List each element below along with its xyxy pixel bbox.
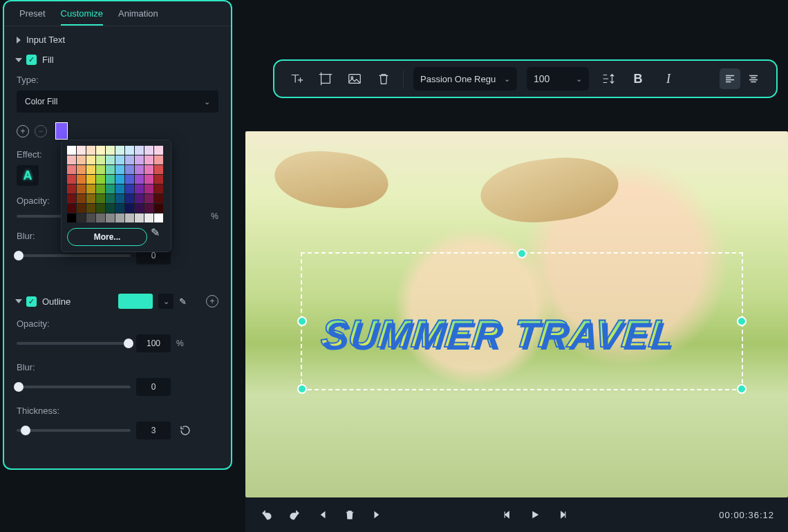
color-swatch[interactable] [135, 155, 144, 164]
add-text-icon[interactable] [287, 69, 306, 88]
color-swatch[interactable] [135, 194, 144, 203]
frame-forward-icon[interactable] [555, 507, 570, 522]
color-swatch[interactable] [144, 155, 153, 164]
tab-preset[interactable]: Preset [19, 8, 46, 26]
bold-button[interactable]: B [628, 68, 648, 89]
color-swatch[interactable] [135, 213, 144, 222]
fill-checkbox[interactable]: ✓ [26, 55, 37, 65]
color-swatch[interactable] [154, 213, 163, 222]
color-swatch[interactable] [125, 175, 134, 184]
color-swatch[interactable] [135, 175, 144, 184]
redo-icon[interactable] [287, 507, 302, 522]
crop-icon[interactable] [316, 69, 335, 88]
resize-handle[interactable] [297, 316, 307, 326]
tab-customize[interactable]: Customize [61, 8, 103, 26]
color-swatch[interactable] [125, 155, 134, 164]
color-swatch[interactable] [154, 194, 163, 203]
thickness-slider[interactable] [17, 429, 131, 432]
skip-start-icon[interactable] [315, 507, 330, 522]
outline-opacity-value[interactable]: 100 [136, 334, 171, 352]
color-swatch[interactable] [96, 204, 105, 213]
color-swatch[interactable] [144, 194, 153, 203]
color-swatch[interactable] [96, 175, 105, 184]
color-swatch[interactable] [144, 213, 153, 222]
color-swatch[interactable] [106, 175, 115, 184]
color-swatch[interactable] [86, 213, 95, 222]
color-swatch[interactable] [144, 146, 153, 155]
skip-end-icon[interactable] [370, 507, 385, 522]
color-swatch[interactable] [77, 165, 86, 174]
color-swatch[interactable] [86, 175, 95, 184]
outline-opacity-slider[interactable] [17, 342, 131, 345]
color-swatch[interactable] [96, 194, 105, 203]
color-swatch[interactable] [115, 184, 124, 193]
resize-handle[interactable] [737, 316, 747, 326]
outline-color-swatch[interactable] [118, 294, 153, 309]
color-swatch[interactable] [154, 155, 163, 164]
tab-animation[interactable]: Animation [118, 8, 158, 26]
eyedropper-icon[interactable]: ✎ [151, 226, 160, 239]
color-swatch[interactable] [67, 155, 76, 164]
color-swatch[interactable] [115, 194, 124, 203]
color-swatch[interactable] [154, 175, 163, 184]
color-swatch[interactable] [77, 184, 86, 193]
resize-handle[interactable] [297, 384, 307, 394]
color-swatch[interactable] [144, 165, 153, 174]
outline-checkbox[interactable]: ✓ [26, 296, 37, 307]
color-swatch[interactable] [77, 175, 86, 184]
color-swatch[interactable] [135, 165, 144, 174]
play-icon[interactable] [527, 507, 543, 522]
color-swatch[interactable] [106, 155, 115, 164]
frame-back-icon[interactable] [500, 507, 515, 522]
color-swatch[interactable] [115, 146, 124, 155]
color-swatch[interactable] [86, 204, 95, 213]
color-swatch[interactable] [67, 204, 76, 213]
color-swatch[interactable] [77, 155, 86, 164]
more-colors-button[interactable]: More... [67, 228, 147, 246]
color-swatch[interactable] [67, 213, 76, 222]
font-size-select[interactable]: 100⌄ [527, 67, 589, 91]
color-swatch[interactable] [115, 175, 124, 184]
input-text-section[interactable]: Input Text [17, 35, 218, 45]
outline-color-select[interactable]: ⌄ [158, 294, 173, 309]
color-swatch[interactable] [86, 155, 95, 164]
remove-color-button[interactable]: − [35, 125, 47, 137]
outline-blur-value[interactable]: 0 [136, 378, 171, 396]
image-icon[interactable] [345, 69, 364, 88]
resize-handle[interactable] [737, 384, 747, 394]
resize-handle[interactable] [517, 249, 527, 258]
color-swatch[interactable] [86, 146, 95, 155]
color-swatch[interactable] [96, 155, 105, 164]
color-swatch[interactable] [144, 175, 153, 184]
color-swatch[interactable] [125, 213, 134, 222]
color-swatch[interactable] [86, 184, 95, 193]
color-swatch[interactable] [67, 184, 76, 193]
outline-section-header[interactable]: ✓ Outline ⌄ ✎ + [17, 294, 218, 309]
effect-preview[interactable]: A [17, 165, 39, 186]
color-swatch[interactable] [96, 184, 105, 193]
add-color-button[interactable]: + [17, 125, 29, 137]
video-preview[interactable]: SUMMER TRAVEL [245, 131, 788, 497]
trash-icon[interactable] [342, 507, 357, 522]
color-swatch[interactable] [125, 194, 134, 203]
color-swatch[interactable] [77, 204, 86, 213]
color-swatch[interactable] [135, 184, 144, 193]
color-swatch[interactable] [115, 155, 124, 164]
align-center-button[interactable] [743, 68, 764, 89]
delete-icon[interactable] [374, 69, 393, 88]
thickness-value[interactable]: 3 [136, 421, 171, 439]
color-swatch[interactable] [154, 165, 163, 174]
color-swatch[interactable] [125, 204, 134, 213]
color-swatch[interactable] [125, 184, 134, 193]
font-select[interactable]: Passion One Regu⌄ [413, 67, 517, 91]
color-swatch[interactable] [67, 146, 76, 155]
color-swatch[interactable] [125, 146, 134, 155]
color-swatch[interactable] [96, 213, 105, 222]
color-swatch[interactable] [125, 165, 134, 174]
color-swatch[interactable] [67, 194, 76, 203]
color-swatch[interactable] [77, 213, 86, 222]
outline-blur-slider[interactable] [17, 386, 131, 388]
color-swatch[interactable] [106, 184, 115, 193]
color-swatch[interactable] [154, 184, 163, 193]
fill-blur-slider[interactable] [17, 254, 131, 257]
